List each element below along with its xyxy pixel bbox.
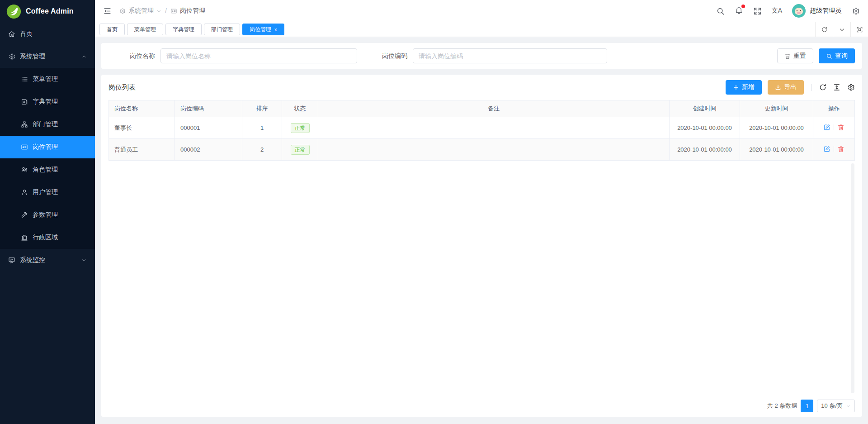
action-divider bbox=[834, 146, 834, 152]
breadcrumb-separator: / bbox=[165, 7, 167, 14]
cell-post-name: 普通员工 bbox=[109, 139, 175, 161]
org-tree-icon bbox=[21, 121, 28, 128]
col-actions: 操作 bbox=[813, 100, 855, 117]
wrench-icon bbox=[21, 211, 28, 219]
breadcrumb-item-system[interactable]: 系统管理 bbox=[119, 7, 161, 15]
sidebar-collapse-icon[interactable] bbox=[103, 7, 112, 15]
table-row: 普通员工 000002 2 正常 2020-10-01 00:00:00 202… bbox=[109, 139, 855, 161]
tab-menu-mgmt[interactable]: 菜单管理 bbox=[127, 24, 163, 35]
list-icon bbox=[21, 76, 28, 83]
toolbar-divider bbox=[811, 84, 811, 91]
app-logo[interactable]: Coffee Admin bbox=[0, 0, 95, 23]
refresh-table-button[interactable] bbox=[819, 83, 827, 91]
action-divider bbox=[834, 124, 834, 130]
scrollbar-track[interactable] bbox=[851, 163, 854, 393]
chevron-down-icon bbox=[81, 257, 87, 263]
post-table: 岗位名称 岗位编码 排序 状态 备注 创建时间 更新时间 操作 董事长 bbox=[108, 100, 855, 161]
sidebar-group-system-mgmt[interactable]: 系统管理 bbox=[0, 45, 95, 68]
sidebar-item-home[interactable]: 首页 bbox=[0, 23, 95, 45]
page-size-value: 10 条/页 bbox=[821, 402, 843, 410]
tab-dept-mgmt[interactable]: 部门管理 bbox=[204, 24, 240, 35]
page-1-button[interactable]: 1 bbox=[801, 400, 813, 412]
maximize-button[interactable] bbox=[850, 22, 868, 37]
chevron-up-icon bbox=[81, 54, 87, 59]
delete-button[interactable] bbox=[837, 145, 844, 152]
post-code-input[interactable] bbox=[413, 48, 607, 63]
page-content: 岗位名称 岗位编码 重置 查询 bbox=[95, 37, 868, 424]
tab-post-mgmt[interactable]: 岗位管理 x bbox=[242, 24, 284, 35]
settings-gear-icon[interactable] bbox=[851, 7, 860, 15]
page-size-select[interactable]: 10 条/页 bbox=[817, 400, 855, 412]
refresh-icon bbox=[821, 26, 828, 33]
username: 超级管理员 bbox=[810, 7, 841, 15]
cell-remark bbox=[318, 139, 670, 161]
pagination: 共 2 条数据 1 10 条/页 bbox=[108, 396, 855, 412]
roles-icon bbox=[21, 166, 28, 173]
sidebar-group-label: 系统监控 bbox=[20, 256, 45, 264]
search-button[interactable]: 查询 bbox=[819, 48, 855, 63]
search-actions: 重置 查询 bbox=[777, 48, 855, 63]
chevron-down-icon bbox=[839, 26, 845, 33]
column-settings-button[interactable] bbox=[847, 83, 855, 91]
language-switch-icon[interactable]: 文A bbox=[772, 7, 782, 15]
sidebar-item-param-mgmt[interactable]: 参数管理 bbox=[0, 204, 95, 226]
tabs-dropdown-button[interactable] bbox=[833, 22, 850, 37]
breadcrumb-item-post: 岗位管理 bbox=[170, 7, 205, 15]
cell-remark bbox=[318, 117, 670, 139]
status-badge: 正常 bbox=[291, 123, 310, 133]
sidebar-item-role-mgmt[interactable]: 角色管理 bbox=[0, 158, 95, 181]
refresh-tab-button[interactable] bbox=[815, 22, 833, 37]
tab-label: 岗位管理 bbox=[250, 26, 271, 33]
fullscreen-icon[interactable] bbox=[753, 7, 762, 15]
cell-actions bbox=[813, 117, 855, 139]
trash-icon bbox=[784, 53, 791, 59]
sidebar-item-user-mgmt[interactable]: 用户管理 bbox=[0, 181, 95, 204]
post-list-card: 岗位列表 新增 导出 bbox=[101, 75, 862, 417]
add-button[interactable]: 新增 bbox=[726, 80, 762, 95]
search-form-card: 岗位名称 岗位编码 重置 查询 bbox=[101, 43, 862, 69]
post-code-label: 岗位编码 bbox=[382, 52, 407, 60]
post-name-input[interactable] bbox=[160, 48, 357, 63]
tab-bar: 首页 菜单管理 字典管理 部门管理 岗位管理 x bbox=[95, 22, 868, 37]
tab-dict-mgmt[interactable]: 字典管理 bbox=[165, 24, 202, 35]
total-count: 共 2 条数据 bbox=[767, 402, 797, 410]
cell-post-name: 董事长 bbox=[109, 117, 175, 139]
chevron-down-icon bbox=[156, 9, 161, 14]
sidebar-item-dept-mgmt[interactable]: 部门管理 bbox=[0, 113, 95, 136]
main-area: 系统管理 / 岗位管理 文A bbox=[95, 0, 868, 424]
export-button[interactable]: 导出 bbox=[768, 80, 804, 95]
col-created: 创建时间 bbox=[670, 100, 740, 117]
id-badge-icon bbox=[21, 143, 28, 151]
col-updated: 更新时间 bbox=[740, 100, 813, 117]
post-name-field: 岗位名称 bbox=[130, 48, 357, 63]
sidebar-item-post-mgmt[interactable]: 岗位管理 bbox=[0, 136, 95, 158]
sidebar-item-menu-mgmt[interactable]: 菜单管理 bbox=[0, 68, 95, 91]
page-title: 岗位列表 bbox=[108, 83, 136, 92]
search-label: 查询 bbox=[835, 52, 848, 60]
cell-status: 正常 bbox=[282, 117, 318, 139]
sidebar-group-label: 系统管理 bbox=[20, 52, 45, 61]
notifications-button[interactable] bbox=[735, 6, 743, 16]
user-menu[interactable]: 超级管理员 bbox=[792, 4, 841, 18]
reset-button[interactable]: 重置 bbox=[777, 48, 813, 63]
reset-label: 重置 bbox=[793, 52, 806, 60]
search-icon[interactable] bbox=[716, 7, 725, 15]
close-icon[interactable]: x bbox=[274, 27, 277, 32]
sidebar: Coffee Admin 首页 系统管理 菜单管理 字典管理 部门管理 bbox=[0, 0, 95, 424]
maximize-icon bbox=[856, 26, 863, 33]
tab-home[interactable]: 首页 bbox=[99, 24, 125, 35]
sidebar-item-dict-mgmt[interactable]: 字典管理 bbox=[0, 91, 95, 113]
cell-sort: 1 bbox=[242, 117, 282, 139]
col-sort: 排序 bbox=[242, 100, 282, 117]
avatar bbox=[792, 4, 806, 18]
sidebar-item-label: 参数管理 bbox=[33, 211, 58, 219]
notification-dot bbox=[741, 5, 745, 8]
cell-sort: 2 bbox=[242, 139, 282, 161]
cell-updated: 2020-10-01 00:00:00 bbox=[740, 117, 813, 139]
sidebar-item-admin-region[interactable]: 行政区域 bbox=[0, 226, 95, 249]
edit-button[interactable] bbox=[823, 145, 830, 152]
sidebar-group-system-monitor[interactable]: 系统监控 bbox=[0, 249, 95, 272]
edit-button[interactable] bbox=[823, 124, 830, 131]
delete-button[interactable] bbox=[837, 124, 844, 131]
row-density-button[interactable] bbox=[833, 83, 841, 91]
